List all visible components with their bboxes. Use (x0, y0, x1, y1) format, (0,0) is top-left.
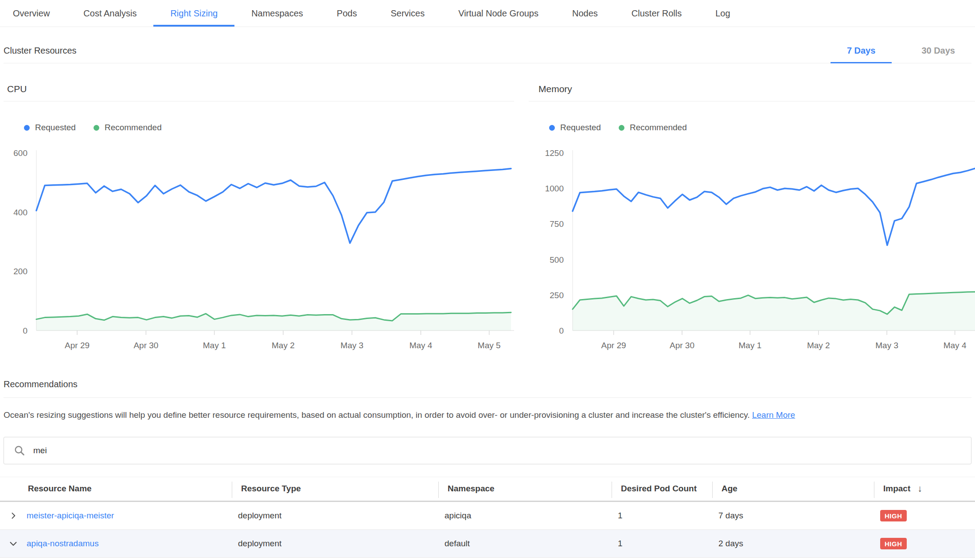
table-row: apiqa-nostradamusdeploymentdefault12 day… (0, 530, 975, 558)
cpu-chart-panel: CPU RequestedRecommended 0200400600Apr 2… (4, 84, 514, 354)
column-header-impact[interactable]: Impact↓ (874, 477, 975, 501)
tab-services[interactable]: Services (374, 0, 441, 27)
resource-type-cell: deployment (232, 539, 438, 548)
tab-right-sizing[interactable]: Right Sizing (153, 0, 234, 27)
memory-chart: 025050075010001250Apr 29Apr 30May 1May 2… (529, 142, 975, 354)
legend-dot-requested (549, 125, 555, 131)
time-range-toggle: 7 Days30 Days (831, 46, 971, 63)
x-tick-label: Apr 30 (133, 341, 158, 350)
chart-svg-cpu: 0200400600Apr 29Apr 30May 1May 2May 3May… (4, 142, 514, 353)
memory-chart-legend: RequestedRecommended (549, 123, 975, 132)
age-cell: 2 days (712, 539, 874, 548)
cpu-chart-legend: RequestedRecommended (24, 123, 514, 132)
namespace-cell: default (438, 539, 612, 548)
x-tick-label: May 2 (272, 341, 295, 350)
cluster-resources-header: Cluster Resources 7 Days30 Days (4, 27, 971, 63)
column-header-label: Desired Pod Count (621, 484, 697, 494)
column-header-namespace[interactable]: Namespace (438, 477, 612, 501)
x-tick-label: Apr 30 (670, 341, 694, 350)
legend-item-recommended[interactable]: Recommended (619, 123, 687, 132)
x-tick-label: May 2 (807, 341, 830, 350)
impact-badge: HIGH (880, 510, 907, 521)
column-header-label: Namespace (448, 484, 495, 494)
y-tick-label: 400 (13, 208, 27, 217)
tab-namespaces[interactable]: Namespaces (234, 0, 320, 27)
column-header-resource-type[interactable]: Resource Type (232, 477, 438, 501)
y-tick-label: 600 (13, 148, 27, 158)
x-tick-label: May 1 (203, 341, 226, 350)
chevron-right-icon[interactable] (0, 502, 27, 529)
search-input[interactable] (32, 445, 971, 456)
y-tick-label: 500 (550, 255, 564, 264)
resource-search-box (4, 437, 971, 464)
y-tick-label: 0 (559, 326, 564, 335)
memory-chart-panel: Memory RequestedRecommended 025050075010… (529, 84, 975, 354)
recommendations-table: Resource NameResource TypeNamespaceDesir… (0, 477, 975, 558)
legend-label: Requested (560, 123, 601, 132)
charts-row: CPU RequestedRecommended 0200400600Apr 2… (0, 84, 975, 354)
recommendations-description: Ocean's resizing suggestions will help y… (4, 409, 971, 421)
range-30-days[interactable]: 30 Days (905, 46, 971, 63)
legend-label: Recommended (630, 123, 687, 132)
recommendations-title: Recommendations (4, 379, 971, 397)
y-tick-label: 250 (550, 291, 564, 300)
memory-chart-title: Memory (529, 84, 975, 101)
table-header-row: Resource NameResource TypeNamespaceDesir… (0, 477, 975, 502)
sort-desc-icon[interactable]: ↓ (917, 483, 922, 494)
search-icon (14, 445, 25, 456)
recommendations-header: Recommendations (4, 379, 971, 398)
desired-pod-count-cell: 1 (612, 539, 712, 548)
y-tick-label: 0 (23, 326, 27, 335)
desired-pod-count-cell: 1 (612, 511, 712, 521)
x-tick-label: Apr 29 (65, 341, 90, 350)
learn-more-link[interactable]: Learn More (752, 410, 795, 420)
tab-cluster-rolls[interactable]: Cluster Rolls (615, 0, 698, 27)
namespace-cell: apiciqa (438, 511, 612, 521)
tab-pods[interactable]: Pods (320, 0, 374, 27)
column-header-desired-pod-count[interactable]: Desired Pod Count (612, 477, 712, 501)
column-header-age[interactable]: Age (712, 477, 874, 501)
legend-dot-requested (24, 125, 30, 131)
x-tick-label: May 5 (478, 341, 501, 350)
column-header-label: Impact (883, 484, 910, 494)
series-line-requested (573, 168, 975, 245)
x-tick-label: May 3 (340, 341, 363, 350)
tab-virtual-node-groups[interactable]: Virtual Node Groups (441, 0, 555, 27)
column-header-label: Resource Name (28, 484, 92, 494)
x-tick-label: May 1 (739, 341, 762, 350)
cpu-chart-title: CPU (4, 84, 514, 101)
legend-label: Recommended (105, 123, 162, 132)
range-7-days[interactable]: 7 Days (831, 46, 892, 63)
recommendations-description-text: Ocean's resizing suggestions will help y… (4, 410, 750, 420)
impact-badge: HIGH (880, 538, 907, 549)
tab-nodes[interactable]: Nodes (555, 0, 615, 27)
y-tick-label: 200 (13, 267, 27, 276)
resource-name-link[interactable]: apiqa-nostradamus (27, 539, 99, 548)
x-tick-label: May 4 (944, 341, 967, 350)
cluster-resources-title: Cluster Resources (4, 46, 77, 63)
y-tick-label: 1000 (545, 184, 564, 193)
legend-item-requested[interactable]: Requested (24, 123, 76, 132)
column-header-resource-name[interactable]: Resource Name (27, 477, 232, 501)
legend-item-requested[interactable]: Requested (549, 123, 601, 132)
tab-cost-analysis[interactable]: Cost Analysis (66, 0, 153, 27)
tab-overview[interactable]: Overview (0, 0, 66, 27)
legend-item-recommended[interactable]: Recommended (94, 123, 162, 132)
column-header-label: Age (722, 484, 737, 494)
column-header-label: Resource Type (241, 484, 301, 494)
chevron-down-icon[interactable] (0, 530, 27, 557)
series-line-requested (36, 168, 511, 243)
legend-dot-recommended (619, 125, 624, 131)
y-tick-label: 1250 (545, 148, 564, 158)
chart-svg-memory: 025050075010001250Apr 29Apr 30May 1May 2… (529, 142, 975, 353)
x-tick-label: May 4 (410, 341, 433, 350)
legend-label: Requested (35, 123, 76, 132)
y-tick-label: 750 (550, 219, 564, 229)
resource-name-link[interactable]: meister-apiciqa-meister (27, 511, 114, 520)
resource-type-cell: deployment (232, 511, 438, 521)
tab-log[interactable]: Log (698, 0, 747, 27)
x-tick-label: May 3 (875, 341, 898, 350)
cpu-chart: 0200400600Apr 29Apr 30May 1May 2May 3May… (4, 142, 514, 354)
table-row: meister-apiciqa-meisterdeploymentapiciqa… (0, 502, 975, 530)
age-cell: 7 days (712, 511, 874, 521)
